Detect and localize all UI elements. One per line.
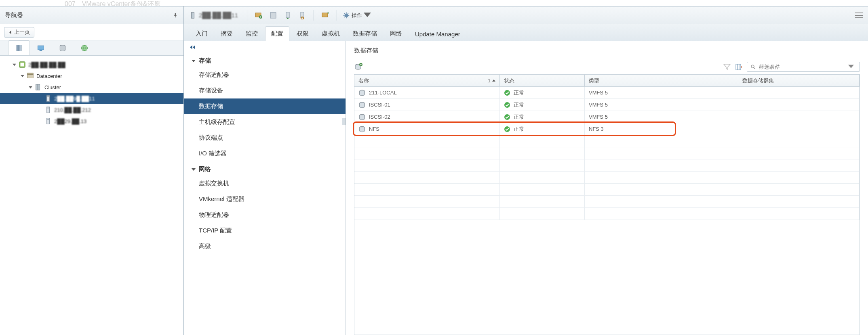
expand-toggle-icon[interactable] xyxy=(11,63,17,67)
config-item[interactable]: VMkernel 适配器 xyxy=(184,191,346,207)
main-tab-4[interactable]: 权限 xyxy=(291,27,314,41)
col-name-label: 名称 xyxy=(358,77,369,84)
pin-icon[interactable] xyxy=(172,12,179,19)
nav-tab-network[interactable] xyxy=(74,40,95,55)
expand-toggle-icon[interactable] xyxy=(27,86,33,89)
filter-clear-icon[interactable] xyxy=(723,63,731,71)
inventory-tree: 2██.██.██.██ Datacenter Cluster 2██.██9█… xyxy=(0,56,183,335)
svg-rect-10 xyxy=(36,84,38,90)
main-tab-0[interactable]: 入门 xyxy=(190,27,213,41)
ds-name: ISCSI-02 xyxy=(369,114,390,120)
table-row[interactable]: 211-LOCAL正常VMFS 5 xyxy=(354,87,860,99)
config-item[interactable]: 存储适配器 xyxy=(184,67,346,83)
toolbar-btn-register[interactable] xyxy=(320,10,331,21)
main-tab-3[interactable]: 配置 xyxy=(265,26,289,41)
nav-tab-hosts[interactable] xyxy=(8,40,30,55)
ds-status: 正常 xyxy=(514,101,524,109)
svg-rect-0 xyxy=(17,45,19,51)
svg-point-38 xyxy=(504,126,510,132)
main-tab-1[interactable]: 摘要 xyxy=(215,27,238,41)
filter-box[interactable] xyxy=(747,62,860,72)
main-tabs: 入门摘要监控配置权限虚拟机数据存储网络Update Manager xyxy=(184,24,868,41)
tree-node-host-2[interactable]: 2██29.██.13 xyxy=(0,115,183,127)
panel-menu-icon[interactable] xyxy=(855,13,863,18)
expand-toggle-icon[interactable] xyxy=(19,74,25,78)
sidebar-resize-handle[interactable] xyxy=(342,118,346,125)
column-settings-icon[interactable] xyxy=(735,63,744,71)
config-item[interactable]: 物理适配器 xyxy=(184,207,346,223)
back-button[interactable]: 上一页 xyxy=(4,27,34,38)
tree-node-vcenter[interactable]: 2██.██.██.██ xyxy=(0,59,183,70)
svg-rect-9 xyxy=(27,73,33,75)
tree-node-host-1[interactable]: 210.██.██.212 xyxy=(0,104,183,115)
svg-rect-3 xyxy=(40,50,42,51)
table-row[interactable]: NFS正常NFS 3 xyxy=(354,123,860,135)
status-ok-icon xyxy=(504,102,510,108)
ds-name: NFS xyxy=(369,126,379,132)
config-item[interactable]: 协议端点 xyxy=(184,130,346,146)
col-header-name[interactable]: 名称 1 xyxy=(354,75,500,86)
toolbar-btn-connect[interactable] xyxy=(282,10,293,21)
config-group-header[interactable]: 存储 xyxy=(184,54,346,67)
datastore-icon xyxy=(358,101,366,109)
main-tab-6[interactable]: 数据存储 xyxy=(347,27,383,41)
col-header-type[interactable]: 类型 xyxy=(585,75,738,86)
ds-status: 正常 xyxy=(514,113,524,121)
main-tab-8[interactable]: Update Manager xyxy=(409,27,466,41)
config-item[interactable]: 虚拟交换机 xyxy=(184,176,346,191)
host-icon xyxy=(44,95,52,102)
host-icon xyxy=(189,12,196,19)
svg-rect-7 xyxy=(21,63,24,67)
svg-rect-1 xyxy=(19,45,21,51)
status-ok-icon xyxy=(504,126,510,132)
config-item[interactable]: 存储设备 xyxy=(184,83,346,98)
col-header-status[interactable]: 状态 xyxy=(500,75,585,86)
col-status-label: 状态 xyxy=(504,77,514,84)
nav-tabs xyxy=(0,40,183,56)
chevron-down-icon[interactable] xyxy=(848,64,854,70)
chevron-left-icon xyxy=(8,30,13,34)
col-header-cluster[interactable]: 数据存储群集 xyxy=(738,75,860,86)
tree-node-cluster[interactable]: Cluster xyxy=(0,82,183,93)
toolbar-btn-reboot[interactable] xyxy=(297,10,308,21)
table-header: 名称 1 状态 类型 数据存储群集 xyxy=(354,75,860,87)
config-group-header[interactable]: 网络 xyxy=(184,163,346,176)
col-type-label: 类型 xyxy=(589,77,599,84)
tree-node-host-0[interactable]: 2██.██9█.██11 xyxy=(0,93,183,104)
table-row[interactable]: ISCSI-02正常VMFS 5 xyxy=(354,111,860,123)
ds-type: VMFS 5 xyxy=(589,102,608,108)
config-item[interactable]: 主机缓存配置 xyxy=(184,114,346,130)
toolbar-btn-new-vm[interactable] xyxy=(253,10,264,21)
ds-type: VMFS 5 xyxy=(589,90,608,96)
filter-input[interactable] xyxy=(758,64,846,70)
nav-tab-vms[interactable] xyxy=(30,40,52,55)
main-tab-7[interactable]: 网络 xyxy=(384,27,408,41)
navigator-panel: 导航器 上一页 2██.██.██.██ xyxy=(0,6,184,335)
host-label: 2██.██9█.██11 xyxy=(54,96,95,102)
config-item[interactable]: 高级 xyxy=(184,239,346,254)
svg-rect-8 xyxy=(27,74,33,78)
toolbar-separator xyxy=(337,10,337,21)
gear-icon xyxy=(343,12,350,19)
config-item[interactable]: I/O 筛选器 xyxy=(184,146,346,161)
cluster-icon xyxy=(35,84,42,91)
svg-rect-21 xyxy=(270,13,276,18)
toolbar-btn-deploy[interactable] xyxy=(268,10,279,21)
config-item[interactable]: TCP/IP 配置 xyxy=(184,223,346,239)
vcenter-icon xyxy=(19,61,26,68)
main-tab-2[interactable]: 监控 xyxy=(240,27,263,41)
table-row[interactable]: ISCSI-01正常VMFS 5 xyxy=(354,99,860,111)
navigator-header: 导航器 xyxy=(0,6,183,24)
tree-node-datacenter[interactable]: Datacenter xyxy=(0,70,183,82)
ds-name: ISCSI-01 xyxy=(369,102,390,108)
add-datastore-button[interactable] xyxy=(354,63,363,71)
nav-tab-storage[interactable] xyxy=(52,40,74,55)
svg-rect-2 xyxy=(38,46,44,50)
top-watermark: 007 VMware vCenter备份&还原 xyxy=(0,0,868,6)
main-tab-5[interactable]: 虚拟机 xyxy=(316,27,346,41)
back-label: 上一页 xyxy=(14,29,30,36)
toolbar-actions-menu[interactable]: 操作 xyxy=(343,12,371,19)
status-ok-icon xyxy=(504,114,510,120)
sidebar-collapse-icon[interactable] xyxy=(184,41,346,54)
config-item[interactable]: 数据存储 xyxy=(184,98,346,114)
